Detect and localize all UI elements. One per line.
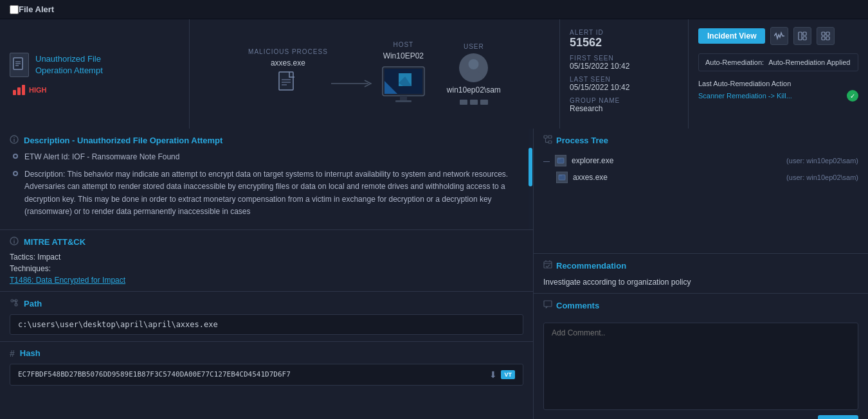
group-name-group: GROUP NAME Research: [570, 97, 678, 113]
mitre-section: MITRE ATT&CK Tactics: Impact Techniques:…: [0, 230, 533, 292]
hash-title: Hash: [20, 348, 41, 358]
check-circle-icon: ✓: [847, 90, 858, 102]
svg-rect-49: [544, 301, 552, 307]
svg-rect-42: [557, 158, 561, 159]
title-checkbox[interactable]: [10, 5, 19, 14]
description-icon: [10, 135, 19, 146]
comment-input[interactable]: [543, 323, 858, 410]
left-panel: Description - Unauthorized File Operatio…: [0, 129, 534, 419]
alert-title-row: Unauthorized File Operation Attempt: [10, 53, 179, 77]
techniques-label: Techniques:: [10, 264, 523, 273]
file-icon: [10, 53, 29, 77]
svg-point-27: [14, 137, 15, 138]
alert-type-text: Unauthorized File Operation Attempt: [35, 53, 103, 76]
user-label: USER: [464, 43, 484, 50]
tree-expand-explorer[interactable]: —: [543, 157, 550, 165]
scroll-bar[interactable]: [529, 129, 532, 229]
svg-rect-36: [544, 136, 547, 138]
process-file-icon: [278, 71, 298, 100]
layout-button[interactable]: [793, 27, 811, 45]
auto-rem-label: Auto-Remediation: Auto-Remediation Appli…: [705, 58, 850, 66]
path-title: Path: [24, 299, 42, 308]
comments-header: Comments: [543, 300, 858, 311]
process-tree-header: Process Tree: [543, 135, 858, 146]
vt-badge[interactable]: VT: [501, 370, 515, 379]
last-seen-group: LAST SEEN 05/15/2022 10:42: [570, 76, 678, 92]
alert-id-label: ALERT ID: [570, 29, 678, 36]
process-tree-section: Process Tree — explorer.exe (user: win10…: [534, 129, 868, 254]
malicious-process-section: MALICIOUS PROCESS axxes.exe: [248, 48, 328, 100]
severity-label: HIGH: [29, 86, 47, 94]
severity-bars: [13, 85, 25, 95]
malicious-process-name: axxes.exe: [271, 58, 305, 67]
last-action-section: Last Auto-Remediation Action Scanner Rem…: [698, 76, 858, 105]
hash-text: EC7FBDF548BD27BB5076DD9589E1B87F3C5740DA…: [18, 370, 485, 379]
title-bar: File Alert: [0, 0, 868, 19]
last-action-title: Last Auto-Remediation Action: [698, 80, 858, 87]
dot2: [470, 100, 478, 105]
hash-header: # Hash: [10, 348, 523, 359]
svg-rect-14: [400, 96, 407, 101]
recommendation-header: Recommendation: [543, 260, 858, 271]
first-seen-group: FIRST SEEN 05/15/2022 10:42: [570, 55, 678, 71]
bar2: [17, 87, 21, 95]
scroll-thumb: [529, 148, 532, 186]
svg-rect-37: [548, 136, 552, 138]
bar3: [22, 85, 25, 95]
user-nav-dots: [460, 100, 488, 105]
bullet-text-2: Description: This behavior may indicate …: [24, 168, 523, 218]
alert-meta: ALERT ID 51562 FIRST SEEN 05/15/2022 10:…: [559, 19, 688, 129]
svg-rect-22: [826, 32, 829, 35]
dot3: [480, 100, 488, 105]
main-content: Description - Unauthorized File Operatio…: [0, 129, 868, 419]
last-action-link[interactable]: Scanner Remediation -> Kill...: [698, 92, 792, 100]
comments-icon: [543, 300, 552, 311]
process-tree-icon: [543, 135, 552, 146]
bar1: [13, 90, 16, 95]
mitre-title: MITRE ATT&CK: [24, 237, 86, 247]
mitre-link[interactable]: T1486: Data Encrypted for Impact: [10, 276, 125, 285]
bullet-item-2: Description: This behavior may indicate …: [13, 168, 523, 218]
axxes-user-info: (user: win10ep02\sam): [786, 174, 858, 181]
bullet-item-1: ETW Alert Id: IOF - Ransomware Note Foun…: [13, 151, 523, 163]
description-section: Description - Unauthorized File Operatio…: [0, 129, 533, 230]
group-name-value: Research: [570, 104, 678, 113]
tree-item-explorer: — explorer.exe (user: win10ep02\sam): [543, 152, 858, 169]
svg-rect-21: [822, 32, 825, 35]
explorer-process-name: explorer.exe: [572, 156, 636, 165]
path-icon: [10, 298, 19, 309]
comments-section: Comments Add: [534, 294, 868, 419]
description-title: Description - Unauthorized File Operatio…: [24, 136, 222, 145]
tactics-text: Tactics: Impact: [10, 253, 523, 262]
arrow-connector: [328, 77, 379, 90]
monitor-icon: [379, 64, 428, 107]
bullet-circle-1: [13, 154, 18, 159]
svg-rect-23: [822, 37, 825, 40]
process-tree-title: Process Tree: [556, 136, 608, 145]
path-value: c:\users\user\desktop\april\april\axxes.…: [10, 314, 523, 335]
recommendation-section: Recommendation Investigate according to …: [534, 254, 868, 294]
dot1: [460, 100, 467, 105]
svg-rect-19: [803, 32, 806, 35]
hash-icon: #: [10, 348, 15, 359]
path-section: Path c:\users\user\desktop\april\april\a…: [0, 292, 533, 342]
copy-hash-icon[interactable]: ⬇: [489, 370, 497, 380]
explorer-user-info: (user: win10ep02\sam): [786, 157, 858, 165]
header: Unauthorized File Operation Attempt HIGH…: [0, 19, 868, 129]
axxes-file-icon: [556, 172, 568, 183]
svg-rect-18: [799, 32, 802, 40]
svg-rect-24: [826, 37, 829, 40]
grid-button[interactable]: [817, 27, 835, 45]
svg-point-16: [469, 59, 479, 69]
waveform-button[interactable]: [770, 27, 788, 45]
add-comment-button[interactable]: Add: [818, 415, 858, 419]
last-seen-value: 05/15/2022 10:42: [570, 83, 678, 92]
axxes-process-name: axxes.exe: [573, 173, 637, 182]
last-action-row: Scanner Remediation -> Kill... ✓: [698, 90, 858, 102]
hash-value-row: EC7FBDF548BD27BB5076DD9589E1B87F3C5740DA…: [10, 364, 523, 386]
description-header: Description - Unauthorized File Operatio…: [10, 135, 523, 146]
svg-rect-4: [279, 72, 293, 90]
incident-view-button[interactable]: Incident View: [698, 28, 765, 44]
bullet-circle-2: [13, 171, 18, 176]
host-name: Win10EP02: [383, 51, 424, 60]
